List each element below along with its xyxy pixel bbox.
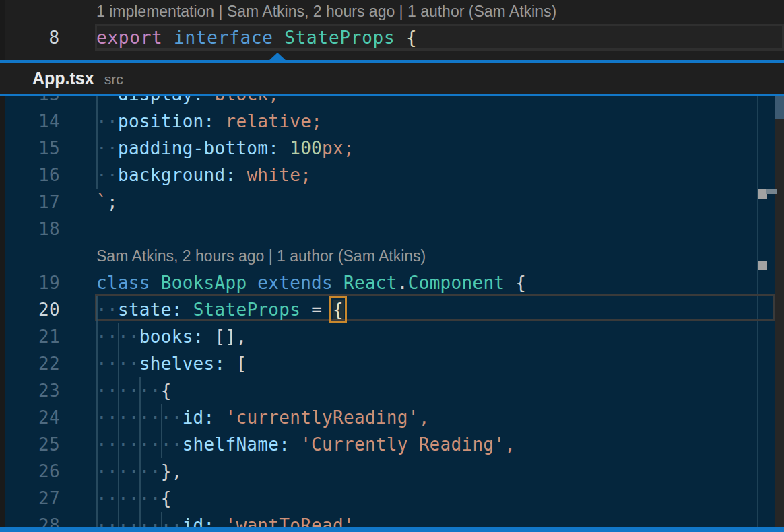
token-kw: class xyxy=(96,273,150,293)
whitespace-dots: ·· xyxy=(96,300,118,320)
code-row-25[interactable]: 25········shelfName: 'Currently Reading'… xyxy=(0,431,784,458)
whitespace-dots: ········ xyxy=(96,515,183,527)
line-number[interactable]: 15 xyxy=(0,135,60,162)
code-text: ··position: relative; xyxy=(96,108,322,135)
line-number[interactable]: 16 xyxy=(0,162,60,189)
token-type: Component xyxy=(408,273,505,293)
token-prop: background xyxy=(118,165,226,185)
peek-file-path: src xyxy=(104,71,123,87)
token-str: ; xyxy=(344,138,354,158)
line-number[interactable]: 21 xyxy=(0,323,60,350)
code-text: ··state: StateProps = { xyxy=(96,296,344,323)
token-str: white xyxy=(236,165,300,185)
token-plain: [ xyxy=(225,354,247,374)
code-row-14[interactable]: 14··position: relative; xyxy=(0,108,784,135)
token-str: block xyxy=(204,96,269,104)
code-text: export interface StateProps { xyxy=(96,24,417,51)
code-row-20[interactable]: 20··state: StateProps = { xyxy=(0,296,784,323)
token-prop: state xyxy=(118,300,172,320)
code-row-28[interactable]: 28········id: 'wantToRead' xyxy=(0,512,784,527)
line-number[interactable]: 25 xyxy=(0,431,60,458)
peek-title-bar[interactable]: App.tsxsrc xyxy=(0,63,784,94)
code-row-22[interactable]: 22····shelves: [ xyxy=(0,350,784,377)
token-plain: }, xyxy=(161,461,183,481)
line-number[interactable]: 26 xyxy=(0,458,60,485)
code-row-27[interactable]: 27······{ xyxy=(0,485,784,512)
token-mod: export xyxy=(96,28,163,48)
whitespace-dots: ········ xyxy=(96,434,183,455)
token-type: StateProps xyxy=(273,28,395,48)
whitespace-dots: ·· xyxy=(96,165,118,185)
code-row-13[interactable]: 13··display: block; xyxy=(0,96,784,108)
token-prop: books xyxy=(139,327,193,347)
token-prop: : xyxy=(215,354,226,374)
code-line-8[interactable]: 8export interface StateProps { xyxy=(0,24,784,51)
token-str: ; xyxy=(268,96,279,104)
line-number[interactable]: 27 xyxy=(0,485,60,512)
code-row-8[interactable]: 8export interface StateProps { xyxy=(0,24,784,51)
token-brace: { xyxy=(395,28,417,48)
code-text: ········id: 'currentlyReading', xyxy=(96,404,430,431)
token-prop: : xyxy=(172,300,183,320)
codelens-implementations-link[interactable]: 1 implementation | Sam Atkins, 2 hours a… xyxy=(96,0,556,23)
token-prop: : xyxy=(204,515,215,527)
peek-bottom-border xyxy=(0,527,784,532)
code-text: ········id: 'wantToRead' xyxy=(96,512,354,527)
overview-marker[interactable] xyxy=(758,261,767,270)
token-prop: : xyxy=(193,327,204,347)
token-prop: : xyxy=(204,111,215,131)
peek-codelens-row[interactable]: Sam Atkins, 2 hours ago | 1 author (Sam … xyxy=(0,242,784,269)
whitespace-dots: ···· xyxy=(96,354,139,374)
code-text: ······{ xyxy=(96,377,172,404)
peek-code-rows: 13··display: block;14··position: relativ… xyxy=(0,96,784,527)
line-number[interactable]: 8 xyxy=(0,24,60,51)
token-plain: [], xyxy=(204,327,247,347)
code-row-15[interactable]: 15··padding-bottom: 100px; xyxy=(0,135,784,162)
token-plain: { xyxy=(504,273,526,293)
token-str: ; xyxy=(311,111,322,131)
token-str: ` xyxy=(96,192,107,212)
whitespace-dots: ······ xyxy=(96,488,161,508)
line-number[interactable]: 18 xyxy=(0,215,60,242)
line-number[interactable]: 24 xyxy=(0,404,60,431)
code-text: class BooksApp extends React.Component { xyxy=(96,269,526,296)
vscode-editor: 1 implementation | Sam Atkins, 2 hours a… xyxy=(0,0,784,532)
token-kw: extends xyxy=(247,273,333,293)
token-plain: = xyxy=(300,300,333,320)
code-row-23[interactable]: 23······{ xyxy=(0,377,784,404)
line-number[interactable]: 22 xyxy=(0,350,60,377)
token-plain: { xyxy=(161,488,172,508)
line-number[interactable]: 19 xyxy=(0,269,60,296)
code-text: ··background: white; xyxy=(96,162,311,189)
code-row-18[interactable]: 18 xyxy=(0,215,784,242)
token-str: relative xyxy=(215,111,312,131)
line-number[interactable]: 28 xyxy=(0,512,60,527)
code-row-16[interactable]: 16··background: white; xyxy=(0,162,784,189)
overview-marker-bar[interactable] xyxy=(766,189,777,194)
code-row-24[interactable]: 24········id: 'currentlyReading', xyxy=(0,404,784,431)
line-number[interactable]: 13 xyxy=(0,96,60,108)
token-prop: position xyxy=(118,111,204,131)
line-number[interactable]: 23 xyxy=(0,377,60,404)
token-prop: padding-bottom xyxy=(118,138,268,158)
code-text: ····books: [], xyxy=(96,323,247,350)
token-type: BooksApp xyxy=(150,273,247,293)
line-number[interactable]: 17 xyxy=(0,189,60,215)
scrollbar-slider[interactable] xyxy=(775,96,784,119)
line-number[interactable]: 14 xyxy=(0,108,60,135)
token-prop: : xyxy=(204,407,215,428)
token-prop: shelves xyxy=(139,354,215,374)
code-row-17[interactable]: 17`; xyxy=(0,189,784,215)
overview-ruler xyxy=(775,96,784,527)
line-number[interactable]: 20 xyxy=(0,296,60,323)
code-row-19[interactable]: 19class BooksApp extends React.Component… xyxy=(0,269,784,296)
code-row-21[interactable]: 21····books: [], xyxy=(0,323,784,350)
code-text: ····shelves: [ xyxy=(96,350,247,377)
token-prop: : xyxy=(268,138,279,158)
whitespace-dots: ······ xyxy=(96,380,161,401)
token-type: StateProps xyxy=(183,300,301,320)
token-plain: . xyxy=(397,273,408,293)
whitespace-dots: ········ xyxy=(96,407,183,428)
code-row-26[interactable]: 26······}, xyxy=(0,458,784,485)
codelens-author-link[interactable]: Sam Atkins, 2 hours ago | 1 author (Sam … xyxy=(96,242,426,269)
